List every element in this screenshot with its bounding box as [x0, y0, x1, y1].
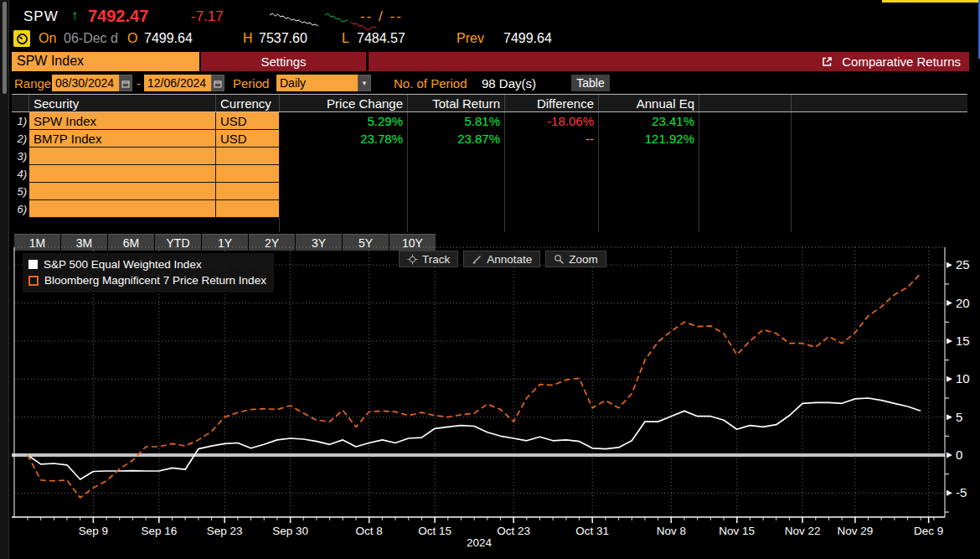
svg-text:Sep 30: Sep 30 — [272, 525, 308, 537]
legend-item-bm7p[interactable]: Bloomberg Magnificent 7 Price Return Ind… — [28, 272, 266, 288]
series-spw-line — [28, 398, 921, 479]
svg-text:10: 10 — [956, 371, 970, 386]
legend-item-spw[interactable]: S&P 500 Equal Weighted Index — [28, 256, 266, 272]
track-label: Track — [422, 253, 450, 266]
svg-text:2024: 2024 — [467, 536, 493, 549]
svg-text:15: 15 — [956, 334, 970, 348]
track-button[interactable]: Track — [399, 251, 458, 267]
svg-text:Sep 9: Sep 9 — [79, 525, 108, 537]
chart-toolbar: Track Annotate Zoom — [399, 251, 606, 267]
legend-swatch-orange-dashed — [28, 276, 39, 286]
svg-text:Oct 31: Oct 31 — [575, 525, 609, 537]
svg-text:5: 5 — [956, 410, 962, 424]
chart-legend: S&P 500 Equal Weighted Index Bloomberg M… — [23, 253, 274, 292]
annotate-button[interactable]: Annotate — [463, 251, 540, 267]
annotate-label: Annotate — [487, 253, 532, 266]
svg-text:25: 25 — [956, 257, 970, 272]
magnifier-icon — [554, 254, 565, 265]
svg-text:Sep 16: Sep 16 — [141, 525, 177, 537]
svg-text:20: 20 — [956, 296, 970, 310]
svg-text:Oct 15: Oct 15 — [418, 525, 451, 537]
svg-text:Sep 23: Sep 23 — [207, 525, 243, 537]
pencil-icon — [472, 254, 482, 265]
svg-text:Oct 23: Oct 23 — [497, 525, 530, 537]
svg-text:Nov 8: Nov 8 — [657, 525, 686, 537]
crosshair-icon — [407, 254, 418, 265]
svg-text:Nov 29: Nov 29 — [837, 525, 873, 537]
svg-text:Nov 22: Nov 22 — [785, 525, 821, 537]
series-bm7p-line — [28, 274, 921, 498]
legend-label: S&P 500 Equal Weighted Index — [44, 258, 202, 271]
svg-text:Nov 15: Nov 15 — [719, 525, 755, 537]
zoom-button[interactable]: Zoom — [545, 251, 606, 267]
zoom-label: Zoom — [569, 253, 598, 266]
svg-text:Oct 8: Oct 8 — [356, 525, 383, 537]
legend-swatch-white — [28, 260, 38, 269]
legend-label: Bloomberg Magnificent 7 Price Return Ind… — [44, 274, 266, 287]
svg-text:Dec 9: Dec 9 — [914, 525, 943, 537]
svg-text:-5: -5 — [956, 485, 967, 499]
svg-text:0: 0 — [956, 448, 962, 462]
